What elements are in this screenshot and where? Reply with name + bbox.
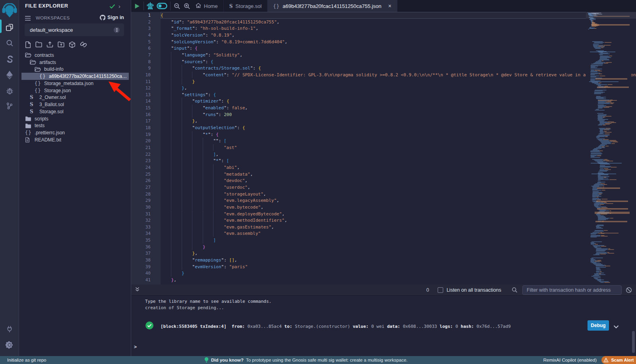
tab-storage-sol[interactable]: SStorage.sol [224, 0, 268, 12]
workspace-options-icon[interactable] [114, 27, 120, 33]
hamburger-menu-icon[interactable] [25, 15, 31, 22]
code-line: "evm.bytecode", [131, 205, 264, 210]
file-tree: contractsartifactsbuild-info{}a69b43f277… [21, 52, 129, 143]
code-line: "sources": { [131, 59, 213, 64]
folder-open-icon [25, 52, 32, 58]
search-icon[interactable] [0, 39, 19, 47]
git-icon[interactable] [0, 102, 19, 110]
tree-item-label: Storage_metadata.json [44, 81, 93, 86]
json-icon: {} [35, 81, 41, 86]
tab-label: Home [204, 3, 218, 9]
workspace-select[interactable]: default_workspace [25, 23, 124, 36]
link-icon[interactable] [80, 41, 87, 50]
clear-console-icon[interactable] [626, 287, 632, 293]
tree-item-build-info[interactable]: build-info [21, 66, 129, 73]
tree-item-artifacts[interactable]: artifacts [21, 59, 129, 66]
icon-rail [0, 0, 19, 356]
current-line-highlight [161, 12, 588, 19]
workspace-name: default_workspace [30, 27, 73, 33]
code-line: "language": "Solidity", [131, 52, 242, 58]
tab-home[interactable]: Home [190, 0, 224, 12]
tree-item-contracts[interactable]: contracts [21, 52, 129, 59]
panel-title: FILE EXPLORER [25, 3, 68, 9]
tree-item-label: a69b43f277ba20fcac141151250ca755.json [49, 74, 129, 79]
did-you-know-label: Did you know? [211, 358, 244, 362]
chevron-right-icon[interactable]: › [118, 3, 120, 10]
terminal-body[interactable]: Type the library name to see available c… [131, 296, 636, 356]
code-line: }, [131, 118, 198, 124]
plugin-manager-icon[interactable] [0, 325, 19, 333]
sign-in-button[interactable]: Sign in [100, 15, 124, 20]
new-file-icon[interactable] [25, 41, 31, 50]
zoom-in-icon[interactable] [184, 3, 190, 10]
ai-assistant-icon[interactable] [146, 2, 154, 10]
debug-button[interactable]: Debug [588, 320, 609, 331]
json-icon: {} [25, 130, 32, 136]
folder-open-icon [35, 67, 41, 72]
zoom-out-icon[interactable] [174, 3, 180, 10]
tab-a69b43f277ba20fcac141151250ca755-json[interactable]: {}a69b43f277ba20fcac141151250ca755.json× [268, 0, 397, 12]
solidity-compiler-icon[interactable] [0, 55, 19, 64]
deploy-run-icon[interactable] [0, 71, 19, 79]
upload-folder-icon[interactable] [58, 41, 64, 50]
copilot-toggle[interactable] [157, 3, 167, 9]
ipfs-box-icon[interactable] [69, 41, 76, 50]
tab-label: Storage.sol [235, 3, 262, 9]
code-editor[interactable]: 1{2"id": "a69b43f277ba20fcac141151250ca7… [131, 12, 636, 285]
debugger-icon[interactable] [0, 87, 19, 95]
run-script-button[interactable] [134, 3, 140, 9]
git-init-button[interactable]: Initialize as git repo [7, 358, 46, 362]
minimap[interactable] [586, 12, 631, 285]
braces-icon: {} [273, 3, 280, 9]
sign-in-label: Sign in [107, 15, 124, 20]
tree-item-readme-txt[interactable]: README.txt [21, 136, 129, 143]
tree-item-label: build-info [44, 66, 64, 72]
tab-label: a69b43f277ba20fcac141151250ca755.json [283, 3, 381, 9]
settings-icon[interactable] [0, 341, 19, 349]
tree-item-scripts[interactable]: scripts [21, 115, 129, 122]
file-explorer-icon[interactable] [0, 23, 19, 32]
code-line: "solcVersion": "0.8.19", [131, 33, 235, 38]
tree-item-label: Storage.json [44, 88, 71, 93]
tree-item-storage-metadata-json[interactable]: {}Storage_metadata.json [21, 80, 129, 87]
new-folder-icon[interactable] [35, 41, 42, 50]
terminal-search-icon[interactable] [512, 287, 518, 293]
code-line: } [131, 244, 206, 250]
terminal-log-line: creation of Storage pending... [145, 305, 224, 310]
transaction-filter-input[interactable] [522, 285, 622, 295]
tree-item-a69b43f277ba20fcac141151250ca755-json[interactable]: {}a69b43f277ba20fcac141151250ca755.json [21, 73, 129, 80]
tree-item-storage-sol[interactable]: SStorage.sol [21, 108, 129, 115]
listen-transactions-label: Listen on all transactions [446, 287, 501, 293]
scam-alert-badge[interactable]: Scam Alert [601, 356, 636, 364]
tree-item-label: contracts [35, 52, 54, 58]
close-tab-icon[interactable]: × [388, 3, 391, 9]
terminal-prompt[interactable]: > [134, 344, 137, 350]
workspaces-label: WORKSPACES [36, 15, 70, 20]
separator [170, 2, 171, 10]
tree-item-label: scripts [35, 116, 48, 122]
folder-icon [25, 123, 32, 128]
code-line: "evm.gasEstimates", [131, 225, 274, 230]
code-line: "input": { [131, 46, 198, 51]
collapse-terminal-icon[interactable] [135, 287, 140, 294]
tree-item-3-ballot-sol[interactable]: S3_Ballot.sol [21, 101, 129, 108]
remix-ide: FILE EXPLORER › WORKSPACES Sign in defau… [0, 0, 636, 364]
tree-item--prettierrc-json[interactable]: {}.prettierrc.json [21, 129, 129, 136]
tree-item-storage-json[interactable]: {}Storage.json [21, 87, 129, 94]
terminal-scrollbar[interactable] [632, 331, 635, 353]
tree-item-tests[interactable]: tests [21, 122, 129, 130]
separator [143, 2, 144, 10]
code-line: "evm.deployedBytecode", [131, 211, 285, 217]
minimap-slider[interactable] [586, 12, 636, 19]
listen-transactions-checkbox[interactable] [438, 287, 443, 293]
solidity-icon: S [30, 109, 37, 114]
tx-expand-icon[interactable] [613, 323, 619, 330]
terminal-header: 0 Listen on all transactions [131, 285, 636, 296]
code-line: "evm.legacyAssembly", [131, 198, 279, 203]
code-line: "evm.assembly" [131, 231, 261, 236]
tree-item-label: 2_Owner.sol [39, 95, 66, 100]
copilot-status[interactable]: RemixAI Copilot (enabled) [543, 358, 597, 362]
code-line: } [131, 271, 184, 276]
tree-item-2-owner-sol[interactable]: S2_Owner.sol [21, 94, 129, 101]
upload-file-icon[interactable] [47, 41, 53, 50]
